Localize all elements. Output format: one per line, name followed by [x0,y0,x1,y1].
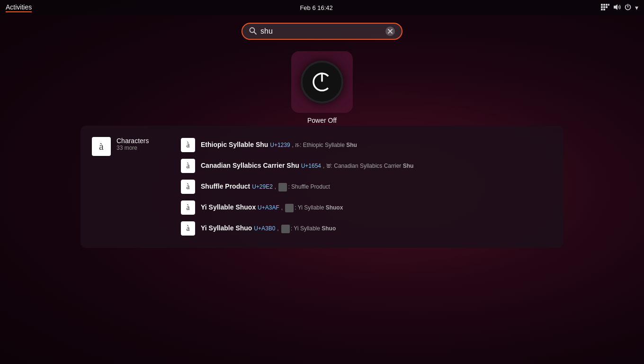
characters-icon: à [92,137,111,156]
result-char-icon: à [181,180,195,194]
topbar: Activities Feb 6 16:42 [0,0,644,15]
app-result-card: Power Off [284,51,360,124]
power-off-app-icon[interactable] [291,51,353,113]
svg-rect-2 [606,4,608,6]
result-char-icon: à [181,200,195,215]
svg-rect-7 [601,9,603,10]
result-item[interactable]: à Canadian Syllabics Carrier Shu U+1654 … [177,156,552,176]
result-text: Yi Syllable Shuox U+A3AF , : Yi Syllable… [201,203,343,212]
result-text: Canadian Syllabics Carrier Shu U+1654 , … [201,161,413,171]
characters-sidebar[interactable]: à Characters 33 more [92,135,168,238]
network-icon[interactable] [601,4,609,12]
svg-rect-3 [608,4,609,6]
result-char-icon: à [181,221,195,236]
svg-rect-8 [603,9,605,10]
activities-button[interactable]: Activities [6,3,32,12]
result-text: Shuffle Product U+29E2 , : Shuffle Produ… [201,182,330,191]
svg-rect-4 [601,6,603,8]
svg-marker-9 [614,4,617,10]
result-item[interactable]: à Shuffle Product U+29E2 , : Shuffle Pro… [177,177,552,197]
clear-search-button[interactable] [385,27,395,36]
power-menu-icon[interactable] [625,4,631,12]
svg-rect-0 [601,4,603,6]
characters-more: 33 more [116,145,149,151]
search-container [242,23,402,40]
result-text: Ethiopic Syllable Shu U+1239 , ሹ: Ethiop… [201,140,357,150]
characters-title: Characters [116,137,149,145]
sound-icon[interactable] [613,4,621,12]
svg-rect-6 [606,6,608,8]
search-input[interactable] [260,27,382,36]
result-char-icon: à [181,159,195,173]
datetime-label: Feb 6 16:42 [300,4,332,11]
search-icon [249,27,257,36]
search-box [242,23,402,40]
power-circle [301,61,343,103]
svg-line-11 [254,32,257,34]
results-panel: à Characters 33 more à Ethiopic Syllable… [80,126,564,248]
chevron-down-icon[interactable]: ▾ [635,4,638,11]
topbar-right-icons: ▾ [601,4,638,12]
app-name-label: Power Off [307,117,337,124]
characters-sidebar-text: Characters 33 more [116,137,149,151]
result-item[interactable]: à Ethiopic Syllable Shu U+1239 , ሹ: Ethi… [177,135,552,155]
result-item[interactable]: à Yi Syllable Shuo U+A3B0 , : Yi Syllabl… [177,218,552,238]
power-symbol-icon [311,71,333,93]
result-char-icon: à [181,138,195,152]
svg-rect-1 [603,4,605,6]
svg-rect-5 [603,6,605,8]
result-text: Yi Syllable Shuo U+A3B0 , : Yi Syllable … [201,224,336,233]
results-list: à Ethiopic Syllable Shu U+1239 , ሹ: Ethi… [177,135,552,238]
result-item[interactable]: à Yi Syllable Shuox U+A3AF , : Yi Syllab… [177,198,552,218]
